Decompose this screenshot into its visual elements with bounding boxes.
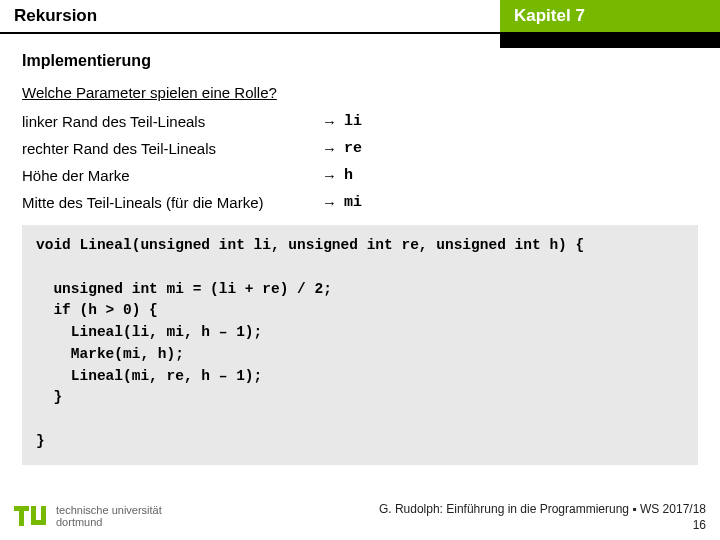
footer: technische universität dortmund G. Rudol… bbox=[0, 494, 720, 540]
param-row: Mitte des Teil-Lineals (für die Marke) →… bbox=[22, 194, 698, 211]
svg-rect-1 bbox=[19, 506, 24, 526]
param-desc: Mitte des Teil-Lineals (für die Marke) bbox=[22, 194, 322, 211]
tu-logo-icon bbox=[14, 502, 48, 532]
param-var: h bbox=[344, 167, 353, 184]
page-number: 16 bbox=[379, 517, 706, 533]
param-var: re bbox=[344, 140, 362, 157]
header-chapter: Kapitel 7 bbox=[500, 0, 720, 34]
param-row: Höhe der Marke → h bbox=[22, 167, 698, 184]
arrow-icon: → bbox=[322, 194, 344, 211]
header-accent-bar bbox=[500, 34, 720, 48]
param-row: rechter Rand des Teil-Lineals → re bbox=[22, 140, 698, 157]
arrow-icon: → bbox=[322, 140, 344, 157]
arrow-icon: → bbox=[322, 113, 344, 130]
svg-rect-4 bbox=[31, 520, 46, 525]
param-var: mi bbox=[344, 194, 362, 211]
credit-line: G. Rudolph: Einführung in die Programmie… bbox=[379, 502, 706, 516]
header: Rekursion Kapitel 7 bbox=[0, 0, 720, 34]
arrow-icon: → bbox=[322, 167, 344, 184]
header-topic: Rekursion bbox=[0, 0, 500, 34]
logo-text: technische universität dortmund bbox=[56, 505, 162, 528]
param-desc: linker Rand des Teil-Lineals bbox=[22, 113, 322, 130]
section-title: Implementierung bbox=[22, 52, 698, 70]
university-logo: technische universität dortmund bbox=[14, 502, 162, 532]
credit: G. Rudolph: Einführung in die Programmie… bbox=[379, 501, 706, 533]
slide: Rekursion Kapitel 7 Implementierung Welc… bbox=[0, 0, 720, 540]
param-desc: rechter Rand des Teil-Lineals bbox=[22, 140, 322, 157]
param-row: linker Rand des Teil-Lineals → li bbox=[22, 113, 698, 130]
question: Welche Parameter spielen eine Rolle? bbox=[22, 84, 698, 101]
param-var: li bbox=[344, 113, 362, 130]
param-desc: Höhe der Marke bbox=[22, 167, 322, 184]
content: Implementierung Welche Parameter spielen… bbox=[0, 34, 720, 465]
code-block: void Lineal(unsigned int li, unsigned in… bbox=[22, 225, 698, 465]
logo-text-line2: dortmund bbox=[56, 517, 162, 529]
